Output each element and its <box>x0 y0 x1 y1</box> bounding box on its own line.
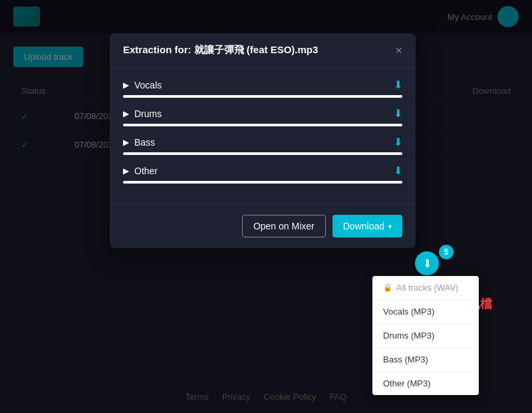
dropdown-label-vocals-mp3: Vocals (MP3) <box>383 307 434 317</box>
progress-fill-vocals <box>123 95 402 98</box>
track-name-bass: Bass <box>134 137 155 148</box>
download-icon-bass[interactable]: ⬇ <box>394 136 402 148</box>
track-header-other: ▶ Other ⬇ <box>123 164 402 177</box>
progress-bar-vocals <box>123 95 402 98</box>
download-button-label: Download <box>343 221 384 231</box>
download-dropdown-menu: 🔒 All tracks (WAV) Vocals (MP3) Drums (M… <box>372 276 479 395</box>
track-label-vocals: ▶ Vocals <box>123 80 162 90</box>
download-badge-icon: ⬇ <box>423 257 432 270</box>
modal-header: Extraction for: 就讓子彈飛 (feat ESO).mp3 × <box>110 33 416 68</box>
download-badge-button[interactable]: ⬇ <box>415 251 439 275</box>
progress-fill-other <box>123 181 402 184</box>
modal-title: Extraction for: 就讓子彈飛 (feat ESO).mp3 <box>123 44 318 57</box>
modal-footer: Open on Mixer Download ▾ <box>110 204 416 248</box>
dropdown-item-other-mp3[interactable]: Other (MP3) <box>372 372 479 395</box>
dropdown-label-bass-mp3: Bass (MP3) <box>383 354 428 364</box>
track-item-vocals: ▶ Vocals ⬇ <box>123 78 402 98</box>
track-header-drums: ▶ Drums ⬇ <box>123 107 402 120</box>
open-mixer-button[interactable]: Open on Mixer <box>242 215 326 237</box>
dropdown-label-all-wav: All tracks (WAV) <box>396 283 458 293</box>
progress-fill-bass <box>123 152 402 155</box>
download-icon-other[interactable]: ⬇ <box>394 164 402 177</box>
play-icon-other[interactable]: ▶ <box>123 166 129 176</box>
modal-body: ▶ Vocals ⬇ ▶ Drums ⬇ <box>110 68 416 204</box>
dropdown-item-all-wav: 🔒 All tracks (WAV) <box>372 276 479 300</box>
dropdown-item-bass-mp3[interactable]: Bass (MP3) <box>372 348 479 372</box>
play-icon-drums[interactable]: ▶ <box>123 109 129 118</box>
download-icon-drums[interactable]: ⬇ <box>394 107 402 120</box>
track-label-other: ▶ Other <box>123 166 158 176</box>
track-header-vocals: ▶ Vocals ⬇ <box>123 78 402 91</box>
dropdown-item-drums-mp3[interactable]: Drums (MP3) <box>372 324 479 348</box>
track-item-drums: ▶ Drums ⬇ <box>123 107 402 126</box>
track-name-other: Other <box>134 166 158 176</box>
play-icon-vocals[interactable]: ▶ <box>123 80 129 90</box>
track-item-bass: ▶ Bass ⬇ <box>123 136 402 155</box>
track-item-other: ▶ Other ⬇ <box>123 164 402 184</box>
download-icon-vocals[interactable]: ⬇ <box>394 78 402 91</box>
lock-icon: 🔒 <box>383 283 392 292</box>
track-header-bass: ▶ Bass ⬇ <box>123 136 402 148</box>
track-label-drums: ▶ Drums <box>123 108 162 119</box>
progress-bar-bass <box>123 152 402 155</box>
download-button[interactable]: Download ▾ <box>332 215 402 237</box>
progress-bar-drums <box>123 124 402 126</box>
dropdown-item-vocals-mp3[interactable]: Vocals (MP3) <box>372 300 479 324</box>
dropdown-label-other-mp3: Other (MP3) <box>383 378 431 388</box>
track-label-bass: ▶ Bass <box>123 137 155 148</box>
extraction-modal: Extraction for: 就讓子彈飛 (feat ESO).mp3 × ▶… <box>110 33 416 248</box>
track-name-drums: Drums <box>134 108 162 119</box>
track-name-vocals: Vocals <box>134 80 162 90</box>
dropdown-label-drums-mp3: Drums (MP3) <box>383 331 434 341</box>
progress-fill-drums <box>123 124 402 126</box>
play-icon-bass[interactable]: ▶ <box>123 138 129 147</box>
download-dropdown-arrow: ▾ <box>388 223 392 230</box>
progress-bar-other <box>123 181 402 184</box>
modal-close-button[interactable]: × <box>395 45 402 57</box>
badge-count: 5 <box>439 245 454 259</box>
